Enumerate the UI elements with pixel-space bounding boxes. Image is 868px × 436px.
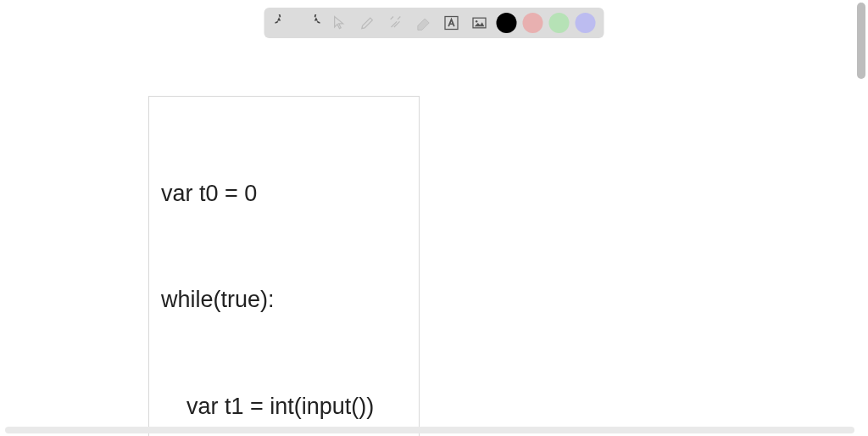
eraser-icon (415, 14, 432, 31)
color-swatch-pink[interactable] (523, 13, 543, 33)
undo-button[interactable] (273, 12, 295, 34)
text-icon (443, 14, 460, 31)
image-tool-button[interactable] (469, 12, 491, 34)
color-swatch-green[interactable] (549, 13, 570, 33)
horizontal-scrollbar[interactable] (5, 427, 854, 433)
undo-icon (275, 14, 292, 31)
code-text-box[interactable]: var t0 = 0 while(true): var t1 = int(inp… (148, 96, 420, 436)
text-tool-button[interactable] (441, 12, 463, 34)
pointer-button[interactable] (329, 12, 351, 34)
pencil-button[interactable] (357, 12, 379, 34)
toolbar (264, 8, 604, 38)
pencil-icon (359, 14, 376, 31)
code-line-2: while(true): (161, 282, 407, 318)
redo-icon (303, 14, 320, 31)
pointer-icon (331, 14, 348, 31)
eraser-button[interactable] (413, 12, 435, 34)
redo-button[interactable] (301, 12, 323, 34)
vertical-scrollbar-thumb[interactable] (857, 3, 865, 79)
svg-point-2 (476, 20, 478, 22)
color-swatch-purple[interactable] (576, 13, 596, 33)
vertical-scrollbar[interactable] (857, 3, 865, 424)
tools-icon (387, 14, 404, 31)
image-icon (471, 14, 488, 31)
code-line-3: var t1 = int(input()) (161, 389, 407, 425)
color-swatch-black[interactable] (497, 13, 517, 33)
tools-button[interactable] (385, 12, 407, 34)
code-line-1: var t0 = 0 (161, 176, 407, 212)
